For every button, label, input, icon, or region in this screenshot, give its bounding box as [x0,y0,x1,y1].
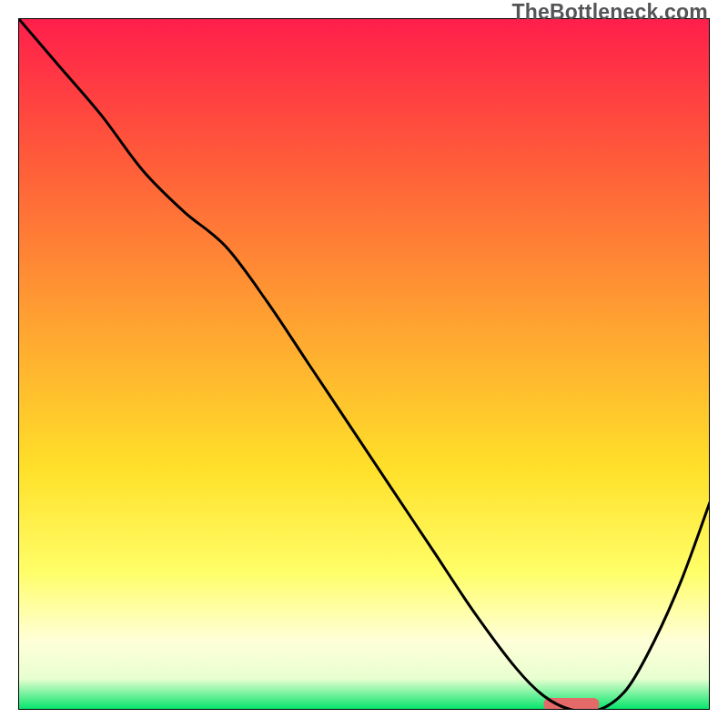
optimal-range-marker [544,698,600,710]
gradient-background [18,18,710,710]
watermark-text: TheBottleneck.com [511,0,708,25]
chart-plot-area [18,18,710,710]
bottleneck-chart [18,18,710,710]
